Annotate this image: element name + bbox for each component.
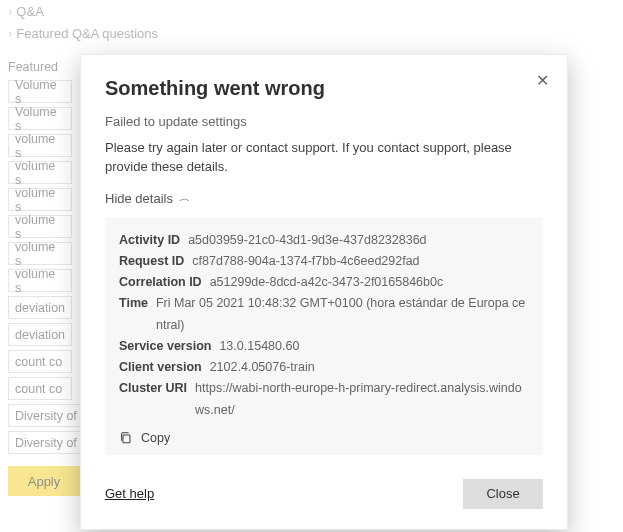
detail-value: a51299de-8dcd-a42c-3473-2f0165846b0c bbox=[210, 272, 444, 293]
dialog-title: Something went wrong bbox=[105, 77, 543, 100]
details-panel: Activity IDa5d03959-21c0-43d1-9d3e-437d8… bbox=[105, 218, 543, 455]
dialog-subtitle: Failed to update settings bbox=[105, 114, 543, 129]
detail-value: https://wabi-north-europe-h-primary-redi… bbox=[195, 378, 529, 421]
detail-key: Client version bbox=[119, 357, 202, 378]
detail-key: Request ID bbox=[119, 251, 184, 272]
svg-rect-0 bbox=[123, 435, 130, 443]
copy-button[interactable]: Copy bbox=[119, 431, 529, 445]
detail-value: cf87d788-904a-1374-f7bb-4c6eed292fad bbox=[192, 251, 419, 272]
detail-key: Service version bbox=[119, 336, 211, 357]
error-dialog: ✕ Something went wrong Failed to update … bbox=[80, 54, 568, 530]
detail-key: Cluster URI bbox=[119, 378, 187, 421]
detail-row: Cluster URIhttps://wabi-north-europe-h-p… bbox=[119, 378, 529, 421]
dialog-message: Please try again later or contact suppor… bbox=[105, 139, 543, 177]
detail-row: TimeFri Mar 05 2021 10:48:32 GMT+0100 (h… bbox=[119, 293, 529, 336]
detail-value: a5d03959-21c0-43d1-9d3e-437d8232836d bbox=[188, 230, 426, 251]
detail-key: Correlation ID bbox=[119, 272, 202, 293]
detail-key: Activity ID bbox=[119, 230, 180, 251]
detail-row: Request IDcf87d788-904a-1374-f7bb-4c6eed… bbox=[119, 251, 529, 272]
close-icon[interactable]: ✕ bbox=[536, 71, 549, 90]
detail-value: 13.0.15480.60 bbox=[219, 336, 299, 357]
detail-row: Correlation IDa51299de-8dcd-a42c-3473-2f… bbox=[119, 272, 529, 293]
close-button[interactable]: Close bbox=[463, 479, 543, 509]
detail-row: Client version2102.4.05076-train bbox=[119, 357, 529, 378]
detail-row: Service version13.0.15480.60 bbox=[119, 336, 529, 357]
detail-value: Fri Mar 05 2021 10:48:32 GMT+0100 (hora … bbox=[156, 293, 529, 336]
detail-row: Activity IDa5d03959-21c0-43d1-9d3e-437d8… bbox=[119, 230, 529, 251]
toggle-details[interactable]: Hide details ︿ bbox=[105, 191, 543, 206]
copy-icon bbox=[119, 431, 133, 445]
toggle-details-label: Hide details bbox=[105, 191, 173, 206]
detail-value: 2102.4.05076-train bbox=[210, 357, 315, 378]
get-help-link[interactable]: Get help bbox=[105, 486, 154, 501]
copy-label: Copy bbox=[141, 431, 170, 445]
chevron-up-icon: ︿ bbox=[179, 193, 190, 204]
detail-key: Time bbox=[119, 293, 148, 336]
